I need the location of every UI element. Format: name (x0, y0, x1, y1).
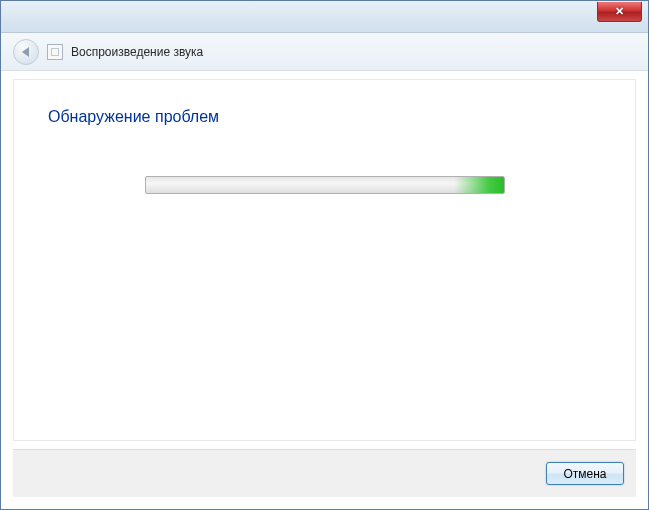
content-panel: Обнаружение проблем (13, 79, 636, 441)
back-button[interactable] (13, 39, 39, 65)
progress-bar (145, 176, 505, 194)
titlebar: ✕ (1, 1, 648, 33)
back-arrow-icon (22, 47, 29, 57)
troubleshooter-window: ✕ Воспроизведение звука Обнаружение проб… (0, 0, 649, 510)
close-icon: ✕ (615, 5, 624, 18)
close-button[interactable]: ✕ (597, 2, 642, 22)
cancel-button-label: Отмена (563, 467, 606, 481)
cancel-button[interactable]: Отмена (546, 462, 624, 485)
wizard-icon (47, 44, 63, 60)
page-heading: Обнаружение проблем (48, 108, 601, 126)
footer-bar: Отмена (13, 449, 636, 497)
progress-indicator (454, 177, 504, 193)
wizard-title: Воспроизведение звука (71, 45, 203, 59)
header-row: Воспроизведение звука (1, 33, 648, 71)
